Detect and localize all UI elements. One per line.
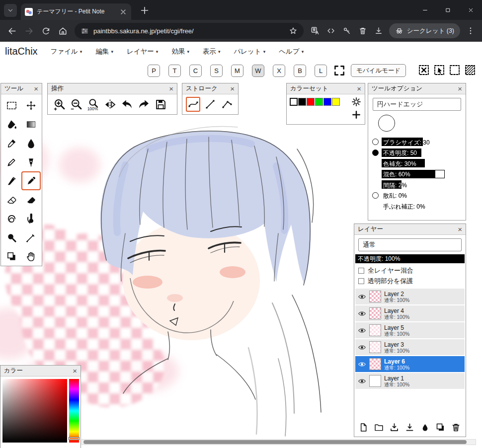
option-radio[interactable] [372, 139, 379, 145]
stroke-polyline[interactable] [220, 97, 235, 112]
option-radio[interactable] [372, 192, 379, 199]
tool-smudge[interactable] [2, 209, 21, 228]
hue-slider[interactable] [69, 379, 79, 443]
option-slider[interactable]: 色補充: 30% [382, 159, 461, 167]
select-move-button[interactable] [433, 64, 445, 76]
chrome-menu-button[interactable] [463, 23, 478, 38]
zoom-out-button[interactable] [69, 97, 84, 112]
duplicate-layer-button[interactable] [435, 422, 446, 433]
tab-search-button[interactable] [4, 4, 17, 17]
merge-layer-button[interactable] [420, 422, 431, 433]
quick-button-S[interactable]: S [210, 65, 223, 77]
layer-row[interactable]: Layer 4通常: 100% [355, 305, 465, 321]
flip-horizontal-button[interactable] [102, 97, 118, 112]
forward-button[interactable] [21, 23, 37, 39]
quick-button-M[interactable]: M [231, 65, 243, 77]
hue-marker[interactable] [69, 438, 79, 440]
tool-knife[interactable] [2, 171, 21, 190]
tool-fill-bucket[interactable] [2, 115, 21, 134]
translate-button[interactable] [308, 23, 322, 38]
eye-icon[interactable] [358, 360, 366, 369]
color-swatch[interactable] [307, 98, 315, 106]
tool-marker[interactable] [21, 171, 41, 190]
incognito-badge[interactable]: シークレット (3) [389, 23, 460, 38]
color-swatch[interactable] [315, 98, 323, 106]
url-text[interactable]: paintbbs.sakura.ne.jp/petit/cgi/free/ [93, 27, 284, 35]
layer-row[interactable]: Layer 6通常: 100% [355, 356, 465, 372]
eye-icon[interactable] [358, 309, 366, 318]
close-icon[interactable]: × [169, 85, 173, 92]
layer-opacity-slider[interactable]: 不透明度: 100% [355, 254, 465, 263]
quick-button-L[interactable]: L [315, 65, 327, 77]
tool-finger-paint[interactable] [21, 209, 41, 228]
quick-button-B[interactable]: B [294, 65, 306, 77]
tool-line-pen[interactable] [21, 228, 41, 247]
redo-button[interactable] [136, 97, 152, 112]
eye-icon[interactable] [358, 293, 366, 301]
color-swatch[interactable] [298, 98, 306, 106]
bookmark-star-icon[interactable] [289, 26, 298, 35]
delete-layer-button[interactable] [451, 422, 462, 433]
tool-eraser-solid[interactable] [21, 190, 41, 209]
select-all-button[interactable] [449, 64, 461, 76]
menu-edit[interactable]: 編集▾ [95, 47, 113, 56]
back-button[interactable] [4, 23, 20, 39]
layer-row[interactable]: Layer 2通常: 100% [355, 289, 465, 304]
option-slider[interactable]: 混色: 60% [382, 170, 461, 178]
trash-extension-button[interactable] [355, 23, 370, 38]
color-swatch[interactable] [323, 98, 331, 106]
option-slider[interactable]: 手ぶれ補正: 0% [382, 202, 461, 210]
menu-help[interactable]: ヘルプ▾ [279, 47, 304, 56]
quick-button-X[interactable]: X [273, 65, 285, 77]
checkbox-icon[interactable] [358, 268, 364, 274]
tool-pencil[interactable] [2, 152, 21, 171]
stroke-straight-line[interactable] [203, 97, 217, 112]
menu-effect[interactable]: 効果▾ [171, 47, 189, 56]
add-color-button[interactable] [351, 110, 361, 120]
menu-palette[interactable]: パレット▾ [234, 47, 265, 56]
quick-button-W[interactable]: W [252, 65, 264, 77]
tool-eyedropper[interactable] [2, 134, 21, 152]
zoom-in-button[interactable] [52, 97, 67, 112]
checkbox-icon[interactable] [358, 278, 364, 284]
color-swatch[interactable] [332, 98, 340, 106]
deselect-button[interactable] [418, 64, 430, 76]
tool-water-drop[interactable] [21, 134, 41, 152]
option-radio[interactable] [372, 149, 379, 156]
stroke-curve[interactable] [186, 97, 200, 112]
tab-close-icon[interactable] [119, 8, 127, 16]
new-layer-button[interactable] [358, 422, 369, 433]
tool-eraser[interactable] [2, 190, 21, 209]
option-slider[interactable]: ブラシサイズ: 30 [382, 138, 461, 146]
close-icon[interactable]: × [73, 367, 77, 374]
layer-row[interactable]: Layer 3通常: 100% [355, 339, 465, 355]
layer-option-1[interactable]: 透明部分を保護 [358, 276, 462, 286]
scrollbar-thumb[interactable] [83, 440, 467, 444]
new-tab-button[interactable] [139, 5, 150, 16]
eye-icon[interactable] [358, 326, 366, 335]
layer-row[interactable]: Layer 1通常: 100% [355, 373, 465, 389]
window-close-button[interactable] [459, 0, 482, 20]
eye-icon[interactable] [358, 377, 366, 385]
download-button[interactable] [371, 23, 386, 38]
close-icon[interactable]: × [458, 225, 462, 233]
tool-pen-nib[interactable] [21, 152, 41, 171]
quick-button-C[interactable]: C [189, 65, 202, 77]
reload-button[interactable] [38, 23, 54, 39]
undo-button[interactable] [119, 97, 135, 112]
eye-icon[interactable] [358, 343, 366, 352]
maximize-button[interactable] [436, 0, 459, 20]
minimize-button[interactable] [413, 0, 436, 20]
tool-rect-select[interactable] [2, 96, 21, 115]
home-button[interactable] [55, 23, 71, 39]
select-invert-button[interactable] [464, 64, 476, 76]
code-extension-button[interactable] [323, 23, 338, 38]
gear-icon[interactable] [351, 97, 361, 107]
menu-view[interactable]: 表示▾ [203, 47, 221, 56]
tool-stamp[interactable] [2, 247, 21, 266]
blend-mode-select[interactable]: 通常 [358, 238, 462, 251]
tool-hand[interactable] [21, 247, 41, 266]
quick-button-T[interactable]: T [168, 65, 181, 77]
new-folder-button[interactable] [374, 422, 385, 433]
layer-row[interactable]: Layer 5通常: 100% [355, 322, 465, 338]
